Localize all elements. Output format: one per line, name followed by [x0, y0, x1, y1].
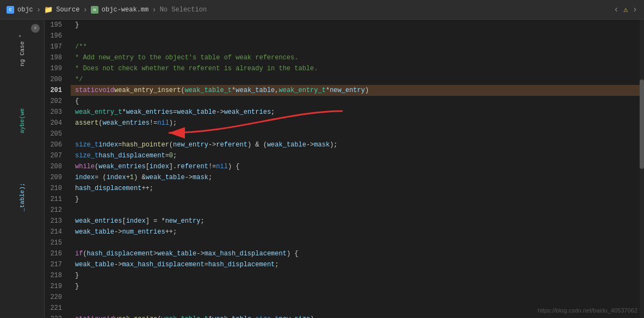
nav-forward-icon[interactable]: ›	[632, 5, 637, 15]
code-line-220	[71, 292, 644, 303]
code-line-211: }	[71, 194, 644, 205]
code-line-195: }	[71, 20, 644, 30]
code-line-201: static void weak_entry_insert(weak_table…	[71, 85, 644, 96]
code-editor: 195 196 197 198 199 200 201 202 203 204 …	[45, 20, 644, 318]
sidebar-text-2: aybe(we	[19, 99, 26, 143]
code-line-196	[71, 30, 644, 41]
sidebar-text-1: ng Case ˄	[18, 34, 26, 66]
close-button[interactable]: ×	[31, 24, 40, 33]
objc-icon: C	[7, 6, 14, 14]
line-numbers: 195 196 197 198 199 200 201 202 203 204 …	[45, 20, 71, 318]
scrollbar-thumb[interactable]	[640, 80, 644, 169]
scrollbar[interactable]	[640, 20, 644, 318]
code-line-210: hash_displacement++;	[71, 183, 644, 194]
title-bar-nav: ‹ ⚠ ›	[614, 5, 637, 15]
breadcrumb-sep-3: ›	[152, 5, 156, 14]
code-line-204: assert(weak_entries != nil);	[71, 118, 644, 129]
mm-file-icon: m	[91, 6, 98, 14]
code-area[interactable]: } /** * Add new_entry to the object's ta…	[71, 20, 644, 318]
code-line-198: * Add new_entry to the object's table of…	[71, 52, 644, 63]
code-line-206: size_t index = hash_pointer(new_entry->r…	[71, 139, 644, 150]
watermark: https://blog.csdn.net/baidu_40537062	[538, 307, 637, 314]
code-line-216: if (hash_displacement > weak_table->max_…	[71, 248, 644, 259]
code-line-197: /**	[71, 41, 644, 52]
code-line-219: }	[71, 281, 644, 292]
code-line-199: * Does not check whether the referent is…	[71, 63, 644, 74]
code-line-213: weak_entries[index] = *new_entry;	[71, 216, 644, 227]
code-line-215	[71, 237, 644, 248]
folder-icon: 📁	[44, 5, 53, 14]
code-line-205	[71, 129, 644, 139]
code-line-208: while (weak_entries[index].referent != n…	[71, 161, 644, 172]
nav-back-icon[interactable]: ‹	[614, 5, 619, 15]
code-line-217: weak_table->max_hash_displacement = hash…	[71, 259, 644, 270]
breadcrumb: C objc › 📁 Source › m objc-weak.mm › No …	[7, 5, 614, 14]
sidebar-text-3: _table);	[19, 175, 26, 219]
code-line-209: index = (index+1) & weak_table->mask;	[71, 172, 644, 183]
code-line-200: */	[71, 74, 644, 85]
breadcrumb-sep-1: ›	[36, 5, 41, 14]
code-line-222: static void weak_resize(weak_table_t *we…	[71, 314, 644, 318]
breadcrumb-objc: objc	[17, 6, 33, 14]
code-line-212	[71, 205, 644, 216]
left-sidebar-panel: × ng Case ˄ aybe(we _table);	[0, 20, 45, 318]
code-line-207: size_t hash_displacement = 0;	[71, 150, 644, 161]
warning-icon: ⚠	[623, 5, 628, 14]
breadcrumb-file: objc-weak.mm	[102, 6, 148, 14]
code-line-203: weak_entry_t *weak_entries = weak_table-…	[71, 107, 644, 118]
code-line-202: {	[71, 96, 644, 107]
code-line-218: }	[71, 270, 644, 281]
title-bar: C objc › 📁 Source › m objc-weak.mm › No …	[0, 0, 644, 20]
breadcrumb-selection: No Selection	[160, 6, 207, 14]
code-line-214: weak_table->num_entries++;	[71, 227, 644, 237]
breadcrumb-sep-2: ›	[83, 5, 87, 14]
breadcrumb-source: Source	[56, 6, 79, 14]
